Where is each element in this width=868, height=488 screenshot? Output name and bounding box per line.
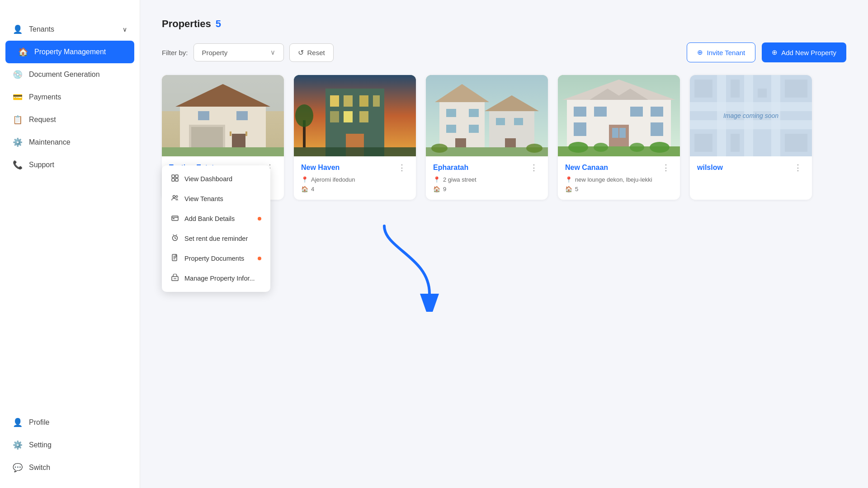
location-pin-icon: 📍 [301, 176, 308, 183]
card-units-epharatah: 🏠 9 [433, 186, 541, 192]
svg-rect-26 [330, 95, 339, 107]
svg-point-68 [568, 142, 588, 153]
svg-rect-14 [172, 178, 175, 181]
page-header: Properties 5 [162, 18, 846, 30]
svg-rect-27 [344, 95, 353, 107]
svg-rect-28 [359, 95, 368, 107]
property-image-new-haven [294, 75, 416, 156]
svg-rect-84 [785, 134, 807, 152]
property-documents-label: Property Documents [184, 255, 244, 262]
svg-point-36 [295, 104, 313, 127]
svg-rect-61 [651, 107, 663, 117]
svg-rect-10 [245, 131, 247, 136]
sidebar-item-property-management[interactable]: 🏠 Property Management [5, 41, 134, 63]
card-body-wilslow: wilslow ⋮ [690, 156, 812, 183]
dropdown-view-tenants[interactable]: View Tenants [162, 189, 270, 209]
filter-dropdown[interactable]: Property ∨ [193, 43, 284, 61]
svg-rect-60 [630, 107, 643, 117]
units-icon: 🏠 [301, 186, 308, 192]
sidebar-item-label: Support [29, 161, 54, 169]
dropdown-manage-property-info[interactable]: Manage Property Infor... [162, 268, 270, 288]
dropdown-arrow-icon: ∨ [270, 48, 275, 56]
card-title-new-canaan[interactable]: New Canaan [565, 164, 608, 172]
card-menu-button-epharatah[interactable]: ⋮ [527, 163, 541, 173]
view-tenants-label: View Tenants [184, 195, 223, 202]
invite-icon: ⊕ [697, 48, 703, 56]
units-count: 4 [311, 186, 314, 192]
svg-rect-44 [446, 125, 456, 133]
sidebar-item-profile[interactable]: 👤 Profile [0, 411, 140, 434]
svg-rect-47 [514, 118, 523, 125]
warning-indicator-docs [258, 257, 261, 260]
sidebar-item-switch[interactable]: 💬 Switch [0, 456, 140, 479]
sidebar-item-setting[interactable]: ⚙️ Setting [0, 434, 140, 456]
support-icon: 📞 [13, 160, 23, 170]
properties-count: 5 [216, 18, 221, 30]
svg-rect-81 [785, 80, 807, 98]
dropdown-set-rent-reminder[interactable]: Set rent due reminder [162, 229, 270, 249]
image-coming-soon-text: Image coming soon [723, 112, 778, 119]
sidebar-item-maintenance[interactable]: ⚙️ Maintenance [0, 131, 140, 154]
svg-rect-83 [731, 134, 740, 152]
property-card-new-haven: New Haven ⋮ 📍 Ajeromi ifedodun 🏠 4 [294, 75, 416, 200]
property-card-new-canaan: New Canaan ⋮ 📍 new lounge dekon, lbeju-l… [558, 75, 680, 200]
sidebar: 👤 Tenants ∨ 🏠 Property Management 💿 Docu… [0, 0, 140, 488]
sidebar-item-document-generation[interactable]: 💿 Document Generation [0, 63, 140, 86]
card-title-epharatah[interactable]: Epharatah [433, 164, 468, 172]
svg-rect-34 [294, 147, 416, 156]
svg-rect-15 [175, 178, 178, 181]
sidebar-item-label: Tenants [29, 25, 54, 33]
dashboard-icon [171, 174, 179, 183]
svg-rect-29 [373, 95, 380, 107]
property-cards-grid: Testing Estate ⋮ View Dashboard [162, 75, 846, 200]
property-image-epharatah [426, 75, 548, 156]
sidebar-item-support[interactable]: 📞 Support [0, 154, 140, 176]
dropdown-add-bank-details[interactable]: Add Bank Details [162, 209, 270, 229]
card-menu-button-new-haven[interactable]: ⋮ [395, 163, 409, 173]
card-menu-button-wilslow[interactable]: ⋮ [791, 163, 805, 173]
card-body-new-haven: New Haven ⋮ 📍 Ajeromi ifedodun 🏠 4 [294, 156, 416, 200]
property-card-testing-estate: Testing Estate ⋮ View Dashboard [162, 75, 284, 200]
svg-rect-30 [330, 111, 339, 122]
svg-point-17 [176, 196, 178, 197]
svg-rect-32 [359, 111, 368, 122]
header-actions: ⊕ Invite Tenant ⊕ Add New Property [687, 42, 846, 62]
sidebar-item-label: Profile [29, 418, 49, 427]
location-text: 2 giwa street [443, 176, 476, 183]
set-rent-reminder-label: Set rent due reminder [184, 235, 248, 242]
card-units-new-haven: 🏠 4 [301, 186, 409, 192]
card-title-wilslow[interactable]: wilslow [697, 164, 723, 172]
svg-rect-19 [173, 218, 175, 219]
svg-rect-78 [694, 80, 712, 98]
location-pin-icon: 📍 [433, 176, 440, 183]
dropdown-view-dashboard[interactable]: View Dashboard [162, 169, 270, 189]
main-content: Properties 5 Filter by: Property ∨ ↺ Res… [140, 0, 868, 488]
card-location-new-haven: 📍 Ajeromi ifedodun [301, 176, 409, 183]
sidebar-item-tenants[interactable]: 👤 Tenants ∨ [0, 18, 140, 41]
units-icon: 🏠 [565, 186, 572, 192]
svg-rect-11 [162, 147, 284, 156]
svg-rect-63 [651, 122, 663, 136]
manage-property-info-label: Manage Property Infor... [184, 275, 255, 282]
sidebar-item-payments[interactable]: 💳 Payments [0, 86, 140, 108]
card-body-epharatah: Epharatah ⋮ 📍 2 giwa street 🏠 9 [426, 156, 548, 200]
svg-rect-79 [731, 80, 740, 98]
location-text: Ajeromi ifedodun [311, 176, 355, 183]
property-dropdown-menu: View Dashboard View Tenants [162, 165, 270, 292]
sidebar-item-label: Setting [29, 441, 52, 449]
invite-tenant-button[interactable]: ⊕ Invite Tenant [687, 42, 755, 62]
reset-button[interactable]: ↺ Reset [289, 43, 334, 62]
svg-rect-23 [174, 278, 176, 279]
page-title: Properties [162, 18, 211, 30]
svg-point-69 [594, 143, 608, 152]
sidebar-item-request[interactable]: 📋 Request [0, 108, 140, 131]
switch-icon: 💬 [13, 463, 23, 473]
sidebar-item-label: Document Generation [29, 70, 100, 79]
card-title-new-haven[interactable]: New Haven [301, 164, 340, 172]
card-menu-button-new-canaan[interactable]: ⋮ [659, 163, 673, 173]
dropdown-property-documents[interactable]: Property Documents [162, 249, 270, 268]
add-new-property-button[interactable]: ⊕ Add New Property [762, 42, 846, 62]
location-text: new lounge dekon, lbeju-lekki [575, 176, 652, 183]
svg-point-52 [526, 144, 542, 153]
svg-rect-8 [236, 111, 248, 120]
